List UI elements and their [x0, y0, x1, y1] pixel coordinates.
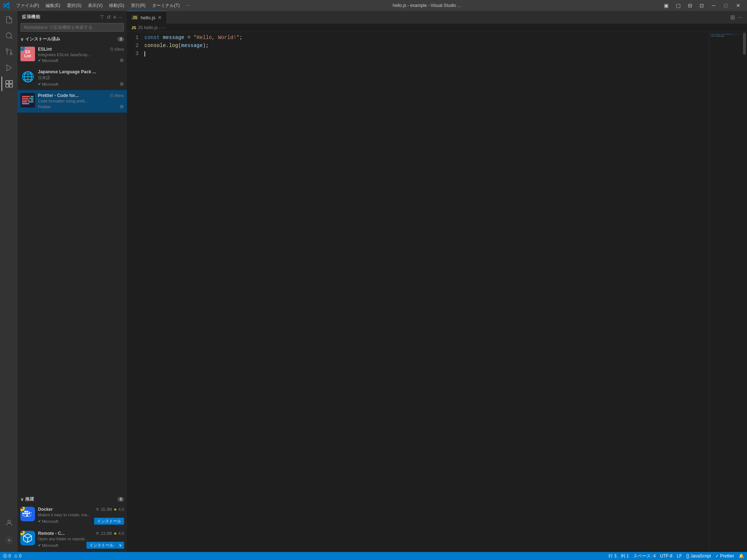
- more-actions-icon[interactable]: ···: [118, 14, 123, 20]
- remote-star-icon: ★: [113, 531, 117, 536]
- code-line-1: const message = "Hello, World!";: [144, 34, 709, 42]
- eslint-settings-icon[interactable]: ⚙: [120, 58, 124, 63]
- jp-info: Japanese Language Pack ... 日本語 ✔ Microso…: [38, 69, 124, 87]
- breadcrumb-more[interactable]: ···: [162, 25, 166, 30]
- menu-bar[interactable]: ファイル(F) 編集(E) 選択(S) 表示(V) 移動(G) 実行(R) ター…: [13, 2, 193, 9]
- sidebar-title: 拡張機能: [22, 14, 40, 20]
- status-cursor-position[interactable]: 行 3、列 1: [608, 553, 629, 559]
- svg-line-1: [11, 37, 12, 39]
- docker-install-button[interactable]: インストール: [94, 518, 124, 525]
- svg-rect-20: [22, 101, 27, 102]
- recommended-section-header[interactable]: ∨ 推奨 8: [18, 495, 127, 504]
- status-spaces[interactable]: スペース: 4: [633, 553, 655, 559]
- title-bar: ファイル(F) 編集(E) 選択(S) 表示(V) 移動(G) 実行(R) ター…: [0, 0, 747, 11]
- status-language[interactable]: {} JavaScript: [686, 553, 711, 559]
- prettier-time: 36ms: [110, 93, 124, 98]
- status-encoding[interactable]: UTF-8: [660, 553, 673, 559]
- minimize-button[interactable]: ─: [708, 2, 719, 9]
- split-editor-icon[interactable]: ⊞: [730, 14, 735, 21]
- remote-icon: ★: [20, 531, 35, 545]
- layout-icon-4[interactable]: ⊡: [697, 2, 707, 9]
- tab-filename: hello.js: [140, 15, 155, 20]
- refresh-icon[interactable]: ↺: [107, 14, 111, 20]
- svg-rect-26: [26, 513, 28, 514]
- layout-icon-3[interactable]: ⊟: [685, 2, 695, 9]
- status-bar: ⓪ 0 ⚠ 0 行 3、列 1 スペース: 4 UTF-8 LF {} Java…: [0, 552, 747, 560]
- prettier-name: Prettier - Code for...: [38, 93, 78, 98]
- remote-install-button[interactable]: インストール: [86, 542, 116, 549]
- sidebar-actions: ⊤ ↺ ≡ ···: [100, 14, 123, 20]
- menu-go[interactable]: 移動(G): [106, 2, 127, 9]
- jp-settings-icon[interactable]: ⚙: [120, 81, 124, 87]
- tab-hello-js[interactable]: JS hello.js ✕: [127, 11, 167, 24]
- eslint-icon: 🔌 ESLint: [20, 47, 35, 61]
- svg-point-3: [6, 49, 8, 51]
- more-actions-editor-icon[interactable]: ···: [738, 14, 743, 21]
- docker-rating: 15.3M ★ 4.5: [96, 507, 124, 512]
- jp-name: Japanese Language Pack ...: [38, 69, 96, 74]
- tab-close-icon[interactable]: ✕: [158, 15, 162, 20]
- eslint-name: ESLint: [38, 47, 52, 52]
- svg-point-11: [8, 539, 10, 541]
- settings-activity-icon[interactable]: [1, 533, 16, 548]
- remote-install-dropdown-button[interactable]: ∨: [116, 542, 124, 549]
- prettier-settings-icon[interactable]: ⚙: [120, 104, 124, 109]
- svg-rect-17: [31, 96, 34, 97]
- views-icon[interactable]: ≡: [113, 14, 116, 20]
- scrollbar-thumb[interactable]: [743, 33, 746, 55]
- installed-section-header[interactable]: ∨ インストール済み 3: [18, 35, 127, 44]
- extensions-activity-icon[interactable]: [1, 77, 16, 91]
- extension-item-docker[interactable]: ★ Docker 15.3M: [18, 504, 127, 528]
- tab-bar: JS hello.js ✕ ⊞ ···: [127, 11, 747, 24]
- docker-verified-icon: ✔: [38, 519, 41, 523]
- svg-rect-7: [9, 81, 12, 83]
- menu-run[interactable]: 実行(R): [128, 2, 149, 9]
- filter-icon[interactable]: ⊤: [100, 14, 104, 20]
- editor-area: JS hello.js ✕ ⊞ ··· JS JS hello.js › ···…: [127, 11, 747, 552]
- breadcrumb: JS JS hello.js › ···: [127, 24, 747, 32]
- status-warnings[interactable]: ⚠ 0: [14, 553, 22, 559]
- editor-scrollbar[interactable]: [742, 32, 747, 552]
- extension-item-jp[interactable]: 🌐 Japanese Language Pack ... 日本語 ✔ Micro…: [18, 66, 127, 90]
- window-controls[interactable]: ▣ ▢ ⊟ ⊡ ─ □ ✕: [661, 2, 744, 9]
- source-control-activity-icon[interactable]: [1, 44, 16, 59]
- sidebar-header: 拡張機能 ⊤ ↺ ≡ ···: [18, 11, 127, 23]
- code-content[interactable]: const message = "Hello, World!"; console…: [142, 32, 709, 552]
- layout-icon-2[interactable]: ▢: [673, 2, 684, 9]
- breadcrumb-file[interactable]: JS hello.js: [138, 25, 158, 30]
- svg-marker-5: [7, 65, 12, 71]
- account-activity-icon[interactable]: [1, 516, 16, 530]
- menu-view[interactable]: 表示(V): [85, 2, 105, 9]
- explorer-activity-icon[interactable]: [1, 12, 16, 27]
- status-bar-left: ⓪ 0 ⚠ 0: [3, 553, 22, 559]
- menu-select[interactable]: 選択(S): [64, 2, 84, 9]
- extensions-search-input[interactable]: [20, 23, 124, 32]
- status-line-ending[interactable]: LF: [677, 553, 682, 559]
- menu-terminal[interactable]: ターミナル(T): [149, 2, 182, 9]
- eslint-verified-icon: ✔: [38, 58, 41, 62]
- code-editor[interactable]: 1 2 3 const message = "Hello, World!"; c…: [127, 32, 747, 552]
- layout-icon-1[interactable]: ▣: [661, 2, 671, 9]
- menu-file[interactable]: ファイル(F): [13, 2, 42, 9]
- status-notifications[interactable]: 🔔: [739, 553, 744, 559]
- editor-right-actions: ⊞ ···: [730, 14, 747, 21]
- remote-publisher: ✔ Microsoft: [38, 543, 58, 548]
- extension-item-remote[interactable]: ★ Remote - C... 13.2M ★ 4.5: [18, 528, 127, 552]
- run-activity-icon[interactable]: [1, 61, 16, 75]
- code-line-3: [144, 50, 709, 58]
- search-activity-icon[interactable]: [1, 28, 16, 43]
- svg-rect-28: [24, 511, 26, 512]
- maximize-button[interactable]: □: [721, 2, 731, 9]
- remote-verified-icon: ✔: [38, 543, 41, 547]
- extension-item-eslint[interactable]: 🔌 ESLint ESLint 10ms Integrates ESLint J…: [18, 44, 127, 66]
- menu-edit[interactable]: 編集(E): [43, 2, 63, 9]
- close-button[interactable]: ✕: [732, 2, 744, 9]
- docker-icon: ★: [20, 507, 35, 521]
- svg-rect-9: [9, 84, 12, 87]
- jp-desc: 日本語: [38, 75, 124, 81]
- extension-item-prettier[interactable]: Prettier - Code for... 36ms Code formatt…: [18, 90, 127, 113]
- line-number-3: 3: [136, 50, 139, 58]
- menu-more[interactable]: ···: [183, 2, 193, 9]
- status-errors[interactable]: ⓪ 0: [3, 553, 11, 559]
- status-prettier[interactable]: ✓ Prettier: [715, 553, 734, 559]
